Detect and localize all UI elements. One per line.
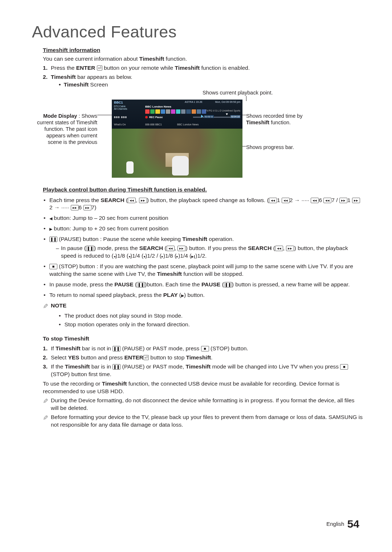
callout-mode-display: Mode Display : Shows current states of T… [32, 113, 97, 146]
fastforward-icon: ▸▸ [139, 198, 147, 203]
section-heading-stop-timeshift: To stop Timeshift [43, 335, 363, 343]
shot-icon-strip [145, 109, 206, 114]
enter-icon: ⏎ [97, 65, 102, 70]
callout-playback-point: Shows current playback point. [203, 89, 273, 96]
bullet-search-speed: Each time press the SEARCH (◂◂, ▸▸) butt… [43, 197, 363, 212]
shot-rec-pause: REC Pause [145, 116, 163, 119]
bullet-jump-forward: button: Jump to + 20 sec from current po… [43, 225, 363, 233]
footer-language: English [326, 521, 344, 527]
record-icon [145, 116, 148, 118]
note-list: The product does not play sound in Stop … [59, 312, 363, 329]
shot-datetime: Mon, Oct 09 09:50 pm [215, 100, 240, 104]
usb-note: To use the recording or Timeshift functi… [43, 380, 363, 395]
stop-icon: ■ [49, 264, 57, 269]
note-icon [43, 397, 51, 406]
format-warning-2: Before formatting your device to the TV,… [43, 414, 363, 429]
left-triangle-icon [49, 215, 52, 221]
shot-elapsed-time: 01:02:11 [204, 115, 214, 118]
shot-satellite: ASTRA 1 19.2E [185, 100, 203, 104]
shot-program: BBC London News [145, 105, 171, 109]
note-item-2: Stop motion operates only in the forward… [59, 321, 363, 329]
substep-screen: Timeshift Screen [59, 81, 363, 89]
bullet-pause-search: In pause (❚❚) mode, press the SEARCH (◂◂… [56, 245, 363, 260]
shot-whats-on: What's On [114, 123, 126, 126]
shot-channel-number: 888 888 [114, 116, 127, 120]
shot-video-frame [112, 129, 242, 178]
step-1: Press the ENTER ⏎ button on your remote … [43, 64, 363, 72]
bullet-pause: ❚❚ (PAUSE) button : Pause the scene whil… [43, 235, 363, 260]
shot-progress-bar: 01:02:11 02:04:18 [193, 116, 240, 119]
bullet-stop: ■ (STOP) button : If you are watching th… [43, 263, 363, 278]
section-heading-timeshift-info: Timeshift information [43, 47, 363, 54]
rewind-icon: ◂◂ [128, 198, 136, 203]
right-triangle-icon [49, 225, 52, 231]
section-heading-playback-control: Playback control button during Timeshift… [43, 186, 363, 194]
shot-total-time: 02:04:18 [230, 115, 240, 118]
timeshift-steps: Press the ENTER ⏎ button on your remote … [43, 64, 363, 89]
stop-timeshift-steps: If Timeshift bar is not in ❚❚ (PAUSE) or… [43, 345, 363, 378]
timeshift-diagram: Shows current playback point. Mode Displ… [43, 92, 363, 180]
page-footer: English 54 [326, 518, 359, 530]
bullet-play: To return to nomal speed playback, press… [43, 291, 363, 299]
stop-step-3: If the Timeshift bar is in ❚❚ (PAUSE) or… [43, 363, 363, 378]
bullet-jump-back: button: Jump to – 20 sec from current po… [43, 214, 363, 222]
tv-screenshot: BBC1 ASTRA 1 19.2E Mon, Oct 09 09:50 pm … [112, 100, 242, 178]
play-cursor-icon [201, 115, 203, 118]
marker-icon [226, 113, 228, 115]
shot-program-2: BBC London News [177, 123, 199, 126]
shot-rating: TV-PG-V-S-L-D Undefined Sports [205, 109, 240, 113]
page-title: Advanced Features [32, 23, 363, 41]
note-item-1: The product does not play sound in Stop … [59, 312, 363, 320]
callout-progress-bar: Shows progress bar. [246, 144, 319, 150]
shot-source: DTV CableAll Channels [114, 105, 136, 110]
bullet-pause-frame: In pause mode, press the PAUSE (❚❚)butto… [43, 281, 363, 289]
note-block: NOTE [43, 302, 363, 311]
footer-page-number: 54 [347, 518, 359, 530]
shot-channel-2: 888-888 BBC1 [145, 123, 162, 126]
note-icon [43, 302, 51, 311]
format-warning-1: During the Device formatting, do not dis… [43, 397, 363, 412]
intro-text: You can see current information about Ti… [43, 55, 363, 63]
shot-channel: BBC1 [114, 100, 123, 105]
stop-step-1: If Timeshift bar is not in ❚❚ (PAUSE) or… [43, 345, 363, 352]
stop-step-2: Select YES button and press ENTER⏎ butto… [43, 354, 363, 362]
step-2: Timeshift bar appears as below. Timeshif… [43, 73, 363, 89]
note-icon [43, 414, 51, 422]
callout-recorded-time: Shows recorded time by Timeshift functio… [246, 113, 319, 126]
play-icon [181, 292, 184, 298]
pause-icon: ❚❚ [49, 237, 57, 242]
playback-control-list: Each time press the SEARCH (◂◂, ▸▸) butt… [43, 197, 363, 299]
